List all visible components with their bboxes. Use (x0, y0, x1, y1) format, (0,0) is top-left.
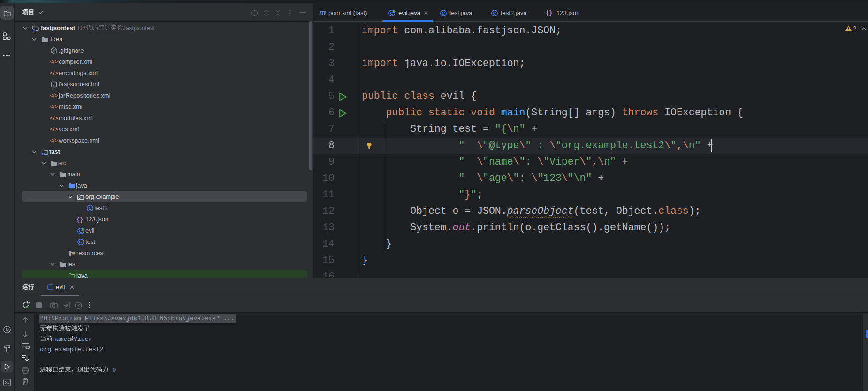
svg-text:C: C (89, 205, 92, 211)
svg-text:C: C (493, 10, 496, 15)
svg-text:C: C (79, 239, 83, 244)
svg-text:C: C (442, 10, 445, 15)
